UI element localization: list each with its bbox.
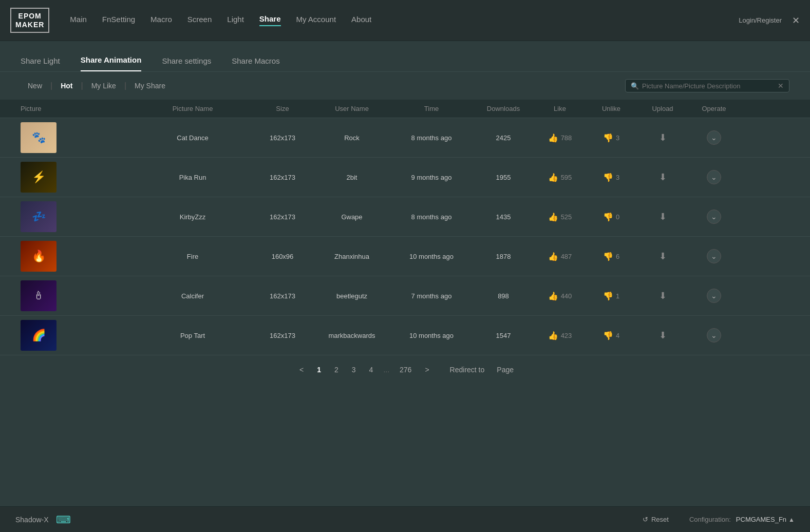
nav-light[interactable]: Light: [227, 15, 244, 26]
table-row: 🔥 Fire 160x96 Zhanxinhua 10 months ago 1…: [0, 237, 810, 276]
download-button[interactable]: ⬇: [659, 172, 667, 183]
pagination-page-4[interactable]: 4: [366, 365, 376, 375]
pagination-next[interactable]: >: [422, 365, 432, 375]
close-button[interactable]: ✕: [792, 15, 800, 26]
nav-screen[interactable]: Screen: [187, 15, 212, 26]
pagination-last[interactable]: 276: [397, 365, 415, 375]
unlike-button[interactable]: 👎 1: [603, 291, 619, 301]
config-arrow-icon[interactable]: ▲: [788, 516, 795, 523]
cell-operate[interactable]: ⌄: [688, 249, 740, 263]
thumbsup-icon: 👍: [548, 331, 558, 340]
col-operate: Operate: [688, 105, 740, 112]
filter-sep-3: |: [124, 81, 126, 90]
nav-fnsetting[interactable]: FnSetting: [102, 15, 135, 26]
like-button[interactable]: 👍 788: [548, 133, 572, 143]
nav-main[interactable]: Main: [70, 15, 87, 26]
filter-hot[interactable]: Hot: [53, 80, 80, 92]
pagination-page-1[interactable]: 1: [314, 365, 324, 375]
cell-unlike[interactable]: 👎 0: [586, 212, 637, 222]
download-button[interactable]: ⬇: [659, 132, 667, 143]
like-count: 525: [561, 213, 572, 221]
tab-share-light[interactable]: Share Light: [21, 56, 60, 71]
cell-unlike[interactable]: 👎 1: [586, 291, 637, 301]
thumbnail: 💤: [21, 201, 56, 232]
nav-about[interactable]: About: [351, 15, 371, 26]
cell-like[interactable]: 👍 525: [534, 212, 586, 222]
tab-share-animation[interactable]: Share Animation: [81, 55, 142, 71]
col-picture: Picture: [21, 105, 134, 112]
unlike-button[interactable]: 👎 3: [603, 133, 619, 143]
cell-like[interactable]: 👍 595: [534, 173, 586, 182]
nav-links: Main FnSetting Macro Screen Light Share …: [70, 14, 739, 26]
cell-unlike[interactable]: 👎 3: [586, 133, 637, 143]
nav-share[interactable]: Share: [259, 14, 281, 26]
like-button[interactable]: 👍 595: [548, 173, 572, 182]
nav-right: Login/Register ✕: [739, 15, 800, 26]
cell-upload[interactable]: ⬇: [637, 172, 688, 183]
operate-button[interactable]: ⌄: [707, 249, 721, 263]
operate-button[interactable]: ⌄: [707, 328, 721, 343]
unlike-count: 3: [616, 134, 619, 142]
download-button[interactable]: ⬇: [659, 251, 667, 262]
search-input[interactable]: [642, 82, 778, 90]
config-value: PCMGAMES_Fn: [736, 516, 786, 523]
login-register-button[interactable]: Login/Register: [739, 16, 782, 24]
operate-button[interactable]: ⌄: [707, 289, 721, 303]
operate-button[interactable]: ⌄: [707, 170, 721, 184]
cell-operate[interactable]: ⌄: [688, 130, 740, 145]
cell-operate[interactable]: ⌄: [688, 289, 740, 303]
like-button[interactable]: 👍 440: [548, 291, 572, 301]
like-button[interactable]: 👍 423: [548, 331, 572, 340]
thumbnail: 🌈: [21, 320, 56, 351]
cell-operate[interactable]: ⌄: [688, 210, 740, 224]
cell-like[interactable]: 👍 423: [534, 331, 586, 340]
unlike-button[interactable]: 👎 4: [603, 331, 619, 340]
pagination-page-2[interactable]: 2: [331, 365, 342, 375]
unlike-button[interactable]: 👎 3: [603, 173, 619, 182]
config-label: Configuration:: [689, 516, 731, 523]
like-button[interactable]: 👍 525: [548, 212, 572, 222]
operate-button[interactable]: ⌄: [707, 210, 721, 224]
cell-upload[interactable]: ⬇: [637, 290, 688, 301]
cell-upload[interactable]: ⬇: [637, 251, 688, 262]
like-button[interactable]: 👍 487: [548, 252, 572, 261]
unlike-button[interactable]: 👎 0: [603, 212, 619, 222]
unlike-count: 6: [616, 253, 619, 260]
filter-mylike[interactable]: My Like: [84, 80, 123, 92]
reset-button[interactable]: ↺ Reset: [643, 516, 669, 523]
thumbsup-icon: 👍: [548, 291, 558, 301]
tab-share-macros[interactable]: Share Macros: [232, 56, 279, 71]
pagination-page-label: Page: [497, 366, 514, 374]
pagination-prev[interactable]: <: [296, 365, 307, 375]
cell-time: 9 months ago: [390, 174, 473, 181]
operate-button[interactable]: ⌄: [707, 130, 721, 145]
download-button[interactable]: ⬇: [659, 330, 667, 341]
filter-myshare[interactable]: My Share: [127, 80, 173, 92]
filter-new[interactable]: New: [21, 80, 49, 92]
cell-time: 7 months ago: [390, 292, 473, 300]
search-clear-icon[interactable]: ✕: [778, 82, 784, 90]
cell-unlike[interactable]: 👎 4: [586, 331, 637, 340]
cell-like[interactable]: 👍 487: [534, 252, 586, 261]
cell-username: 2bit: [313, 174, 390, 181]
cell-operate[interactable]: ⌄: [688, 170, 740, 184]
cell-upload[interactable]: ⬇: [637, 211, 688, 222]
pagination-page-3[interactable]: 3: [349, 365, 359, 375]
nav-myaccount[interactable]: My Account: [296, 15, 336, 26]
cell-operate[interactable]: ⌄: [688, 328, 740, 343]
cell-like[interactable]: 👍 440: [534, 291, 586, 301]
tab-share-settings[interactable]: Share settings: [162, 56, 211, 71]
cell-like[interactable]: 👍 788: [534, 133, 586, 143]
cell-upload[interactable]: ⬇: [637, 330, 688, 341]
download-button[interactable]: ⬇: [659, 211, 667, 222]
chevron-down-icon: ⌄: [711, 134, 717, 142]
unlike-button[interactable]: 👎 6: [603, 252, 619, 261]
cell-size: 162x173: [252, 134, 313, 142]
cell-picture-name: Pika Run: [134, 174, 252, 181]
download-button[interactable]: ⬇: [659, 290, 667, 301]
cell-upload[interactable]: ⬇: [637, 132, 688, 143]
nav-macro[interactable]: Macro: [150, 15, 172, 26]
cell-unlike[interactable]: 👎 6: [586, 252, 637, 261]
cell-unlike[interactable]: 👎 3: [586, 173, 637, 182]
pagination-redirect-label: Redirect to: [450, 366, 485, 374]
